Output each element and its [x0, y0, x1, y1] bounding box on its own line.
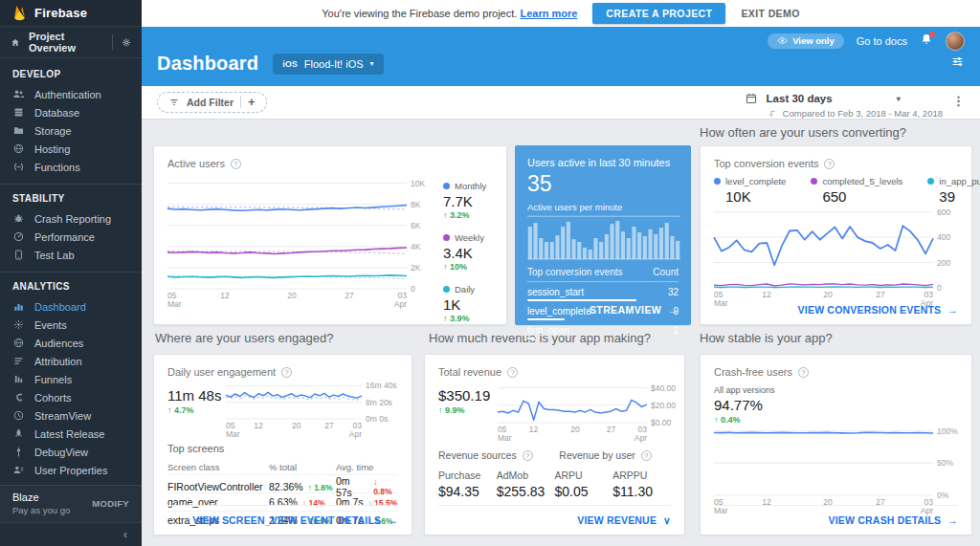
- sidebar-item-authentication[interactable]: Authentication: [0, 85, 142, 103]
- go-to-docs-link[interactable]: Go to docs: [857, 35, 907, 47]
- sidebar-item-project-overview[interactable]: Project Overview: [0, 27, 142, 58]
- date-range-selector[interactable]: Last 30 days ▾: [745, 92, 943, 105]
- table-row: first_open 1: [527, 320, 679, 339]
- per-minute-label: Active users per minute: [516, 197, 690, 215]
- filter-bar: Add Filter + Last 30 days ▾ Compared to …: [142, 86, 980, 120]
- exit-demo-button[interactable]: EXIT DEMO: [741, 8, 799, 19]
- notifications-button[interactable]: [920, 33, 933, 50]
- pct-value: 82.36%: [269, 481, 303, 492]
- avatar[interactable]: [946, 32, 965, 51]
- svg-text:Mar: Mar: [167, 299, 182, 309]
- database-icon: [12, 106, 25, 119]
- sidebar-item-storage[interactable]: Storage: [0, 121, 142, 140]
- realtime-users-value: 35: [516, 168, 690, 197]
- svg-text:$20.00: $20.00: [651, 401, 676, 410]
- help-icon[interactable]: ?: [641, 450, 652, 461]
- project-overview-label: Project Overview: [29, 31, 95, 54]
- svg-text:0: 0: [411, 284, 415, 294]
- view-crash-details-link[interactable]: VIEW CRASH DETAILS→: [829, 514, 958, 526]
- help-icon[interactable]: ?: [281, 367, 292, 378]
- item-label: Crash Reporting: [34, 213, 111, 225]
- revenue-delta: ↑ 9.9%: [438, 405, 490, 415]
- help-icon[interactable]: ?: [523, 450, 533, 461]
- view-revenue-link[interactable]: VIEW REVENUE∨: [577, 514, 671, 526]
- add-filter-button[interactable]: Add Filter +: [157, 92, 267, 113]
- sidebar-item-functions[interactable]: Functions: [0, 158, 142, 176]
- plus-icon: +: [248, 95, 256, 109]
- collapse-icon[interactable]: ‹: [123, 528, 127, 541]
- help-icon[interactable]: ?: [798, 367, 809, 378]
- gauge-icon: [12, 230, 25, 243]
- legend-in-app-purchase: in_app_purchase 39: [927, 176, 980, 206]
- plan-name: Blaze: [12, 491, 70, 503]
- svg-text:2K: 2K: [411, 263, 421, 273]
- page-header: View only Go to docs Dashboard iOS Flood…: [142, 27, 980, 86]
- filter-icon: [168, 97, 180, 108]
- event-count: 1: [673, 325, 679, 336]
- view-only-badge: View only: [768, 33, 844, 49]
- card-title: Active users: [167, 158, 225, 169]
- chevron-down-icon: ▾: [370, 59, 374, 68]
- total-revenue-card: Total revenue? $350.19 ↑ 9.9% $0.00$20.0…: [424, 354, 685, 535]
- monthly-value: 7.7K: [443, 193, 491, 209]
- streamview-link[interactable]: STREAMVIEW→: [590, 304, 679, 316]
- divider: [714, 505, 958, 506]
- svg-text:27: 27: [324, 421, 334, 430]
- divider: [167, 505, 398, 506]
- svg-text:20: 20: [287, 291, 297, 300]
- sidebar-item-dashboard[interactable]: Dashboard: [0, 297, 142, 316]
- sidebar-item-streamview[interactable]: StreamView: [0, 406, 142, 425]
- sidebar-item-test-lab[interactable]: Test Lab: [0, 246, 142, 264]
- app-selector[interactable]: iOS Flood-It! iOS ▾: [273, 54, 383, 75]
- col-screen-class: Screen class: [167, 462, 269, 472]
- main-area: You're viewing the Firebase demo project…: [142, 0, 980, 546]
- clock-icon: [12, 409, 25, 422]
- customize-dashboard-button[interactable]: [950, 55, 965, 73]
- svg-text:Mar: Mar: [714, 506, 728, 515]
- help-icon[interactable]: ?: [824, 159, 835, 169]
- sidebar-collapse-row[interactable]: ‹: [0, 522, 142, 546]
- sidebar-item-crash-reporting[interactable]: Crash Reporting: [0, 209, 142, 228]
- sidebar-item-debugview[interactable]: DebugView: [0, 443, 142, 461]
- firebase-logo-row[interactable]: Firebase: [0, 0, 142, 27]
- modify-plan-button[interactable]: MODIFY: [92, 498, 129, 509]
- legend-level-complete: level_complete 10K: [714, 176, 786, 206]
- firebase-console: Firebase Project Overview DEVELOP Authen…: [0, 0, 980, 546]
- sidebar-item-database[interactable]: Database: [0, 103, 142, 121]
- legend-dot: [714, 178, 721, 185]
- legend-monthly: Monthly 7.7K ↑ 3.2%: [443, 181, 491, 220]
- gear-icon[interactable]: [122, 36, 131, 49]
- active-users-card: Active users? 02K4K6K8K10K05Mar12202703A…: [153, 145, 507, 325]
- sidebar-item-cohorts[interactable]: Cohorts: [0, 388, 142, 406]
- sidebar-item-funnels[interactable]: Funnels: [0, 370, 142, 388]
- sidebar-item-user-properties[interactable]: User Properties: [0, 461, 142, 479]
- item-label: Funnels: [34, 374, 72, 385]
- revenue-by-user-label: Revenue by user: [559, 449, 635, 461]
- create-project-button[interactable]: CREATE A PROJECT: [592, 3, 725, 24]
- card-title: Crash-free users: [714, 366, 792, 378]
- help-icon[interactable]: ?: [231, 159, 241, 169]
- phone-icon: [12, 249, 25, 261]
- sidebar-item-events[interactable]: Events: [0, 316, 142, 334]
- arrow-right-icon: →: [947, 514, 958, 526]
- help-icon[interactable]: ?: [507, 367, 518, 378]
- item-label: Database: [34, 107, 79, 119]
- more-options-button[interactable]: ⋮: [952, 92, 965, 108]
- item-label: Latest Release: [34, 428, 104, 440]
- table-row: FIRootViewController 82.36%↑ 1.6% 0m 57s…: [167, 474, 398, 492]
- plan-panel: Blaze Pay as you go MODIFY: [0, 485, 142, 522]
- dashboard-content: How often are your users converting? Whe…: [142, 120, 980, 546]
- view-conversion-events-link[interactable]: VIEW CONVERSION EVENTS→: [798, 304, 958, 316]
- learn-more-link[interactable]: Learn more: [520, 8, 577, 19]
- revenue-stats: Purchase$94.35 AdMob$255.83 ARPU$0.05 AR…: [425, 461, 684, 499]
- sidebar-item-latest-release[interactable]: Latest Release: [0, 425, 142, 443]
- sidebar-item-audiences[interactable]: Audiences: [0, 334, 142, 352]
- sidebar-item-attribution[interactable]: Attribution: [0, 352, 142, 370]
- pct-value: 6.63%: [269, 496, 298, 508]
- legend-completed-5-levels: completed_5_levels 650: [811, 176, 902, 206]
- view-screen-view-details-link[interactable]: VIEW SCREEN_VIEW EVENT DETAILS→: [192, 514, 398, 526]
- sidebar-item-performance[interactable]: Performance: [0, 228, 142, 246]
- arrow-right-icon: →: [947, 304, 958, 316]
- chevron-down-icon: ∨: [663, 514, 671, 526]
- sidebar-item-hosting[interactable]: Hosting: [0, 140, 142, 158]
